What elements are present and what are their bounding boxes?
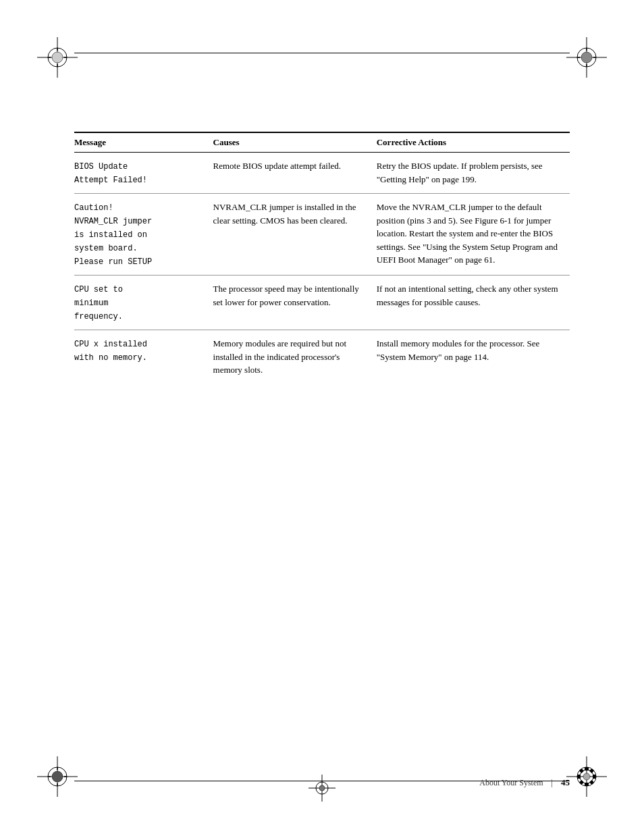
table-cell-message: CPU set to minimum frequency.: [74, 276, 213, 330]
corner-mark-top-right: [566, 37, 607, 78]
svg-rect-29: [585, 767, 589, 771]
corner-mark-bottom-left: [37, 756, 78, 797]
table-cell-message: BIOS Update Attempt Failed!: [74, 153, 213, 194]
svg-rect-33: [579, 768, 584, 773]
table-row: CPU x installed with no memory.Memory mo…: [74, 330, 570, 384]
svg-rect-31: [577, 775, 581, 779]
svg-rect-36: [589, 780, 594, 785]
table-row: BIOS Update Attempt Failed!Remote BIOS u…: [74, 153, 570, 194]
header-message: Message: [74, 132, 213, 153]
system-messages-table: Message Causes Corrective Actions BIOS U…: [74, 132, 570, 384]
table-header-row: Message Causes Corrective Actions: [74, 132, 570, 153]
table-cell-causes: Remote BIOS update attempt failed.: [213, 153, 377, 194]
svg-point-28: [583, 773, 590, 780]
top-border-line: [74, 53, 570, 53]
svg-rect-35: [579, 780, 584, 785]
page: Message Causes Corrective Actions BIOS U…: [0, 0, 644, 834]
svg-point-11: [581, 52, 592, 63]
svg-rect-34: [589, 768, 594, 773]
header-actions: Corrective Actions: [377, 132, 570, 153]
table-cell-causes: NVRAM_CLR jumper is installed in the cle…: [213, 194, 377, 276]
table-cell-message: CPU x installed with no memory.: [74, 330, 213, 384]
svg-rect-32: [593, 775, 596, 779]
table-cell-causes: The processor speed may be intentionally…: [213, 276, 377, 330]
svg-point-19: [52, 771, 63, 782]
table-cell-actions: Retry the BIOS update. If problem persis…: [377, 153, 570, 194]
corner-mark-top-left: [37, 37, 78, 78]
table-cell-actions: Install memory modules for the processor…: [377, 330, 570, 384]
page-footer: About Your System | 45: [74, 777, 570, 788]
table-row: CPU set to minimum frequency.The process…: [74, 276, 570, 330]
table-row: Caution! NVRAM_CLR jumper is installed o…: [74, 194, 570, 276]
table-cell-actions: If not an intentional setting, check any…: [377, 276, 570, 330]
footer-page-number: 45: [561, 777, 570, 788]
header-causes: Causes: [213, 132, 377, 153]
content-area: Message Causes Corrective Actions BIOS U…: [74, 132, 570, 760]
corner-mark-bottom-right: [566, 756, 607, 797]
svg-point-3: [52, 52, 63, 63]
table-cell-causes: Memory modules are required but not inst…: [213, 330, 377, 384]
svg-rect-30: [585, 783, 589, 786]
table-cell-message: Caution! NVRAM_CLR jumper is installed o…: [74, 194, 213, 276]
footer-section-label: About Your System: [479, 778, 543, 788]
table-cell-actions: Move the NVRAM_CLR jumper to the default…: [377, 194, 570, 276]
footer-separator: |: [552, 778, 553, 788]
